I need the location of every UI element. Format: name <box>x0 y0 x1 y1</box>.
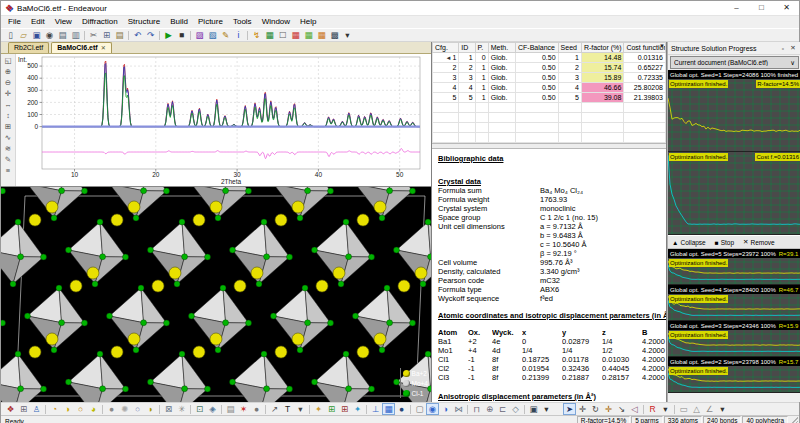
sphere-wire-icon[interactable]: ○ <box>131 403 144 415</box>
view-b-axis-icon[interactable]: ⊞ <box>325 403 338 415</box>
cfg-col-cfbalance[interactable]: CF-Balance <box>516 43 559 53</box>
start-calculation-icon[interactable]: ▶ <box>162 29 175 41</box>
clip-add-icon[interactable]: ⊕ <box>483 403 496 415</box>
perspective-icon[interactable]: ⊥ <box>369 403 382 415</box>
arrow-annotation-icon[interactable]: ↗ <box>268 403 281 415</box>
move-tool-icon[interactable]: ✛ <box>576 403 589 415</box>
zoom-in-icon[interactable]: ⊕ <box>2 66 14 77</box>
table-green-icon[interactable]: ▦ <box>302 29 315 41</box>
sync-views-icon[interactable]: ◑ <box>439 403 452 415</box>
menu-file[interactable]: File <box>3 16 26 28</box>
column-chooser-icon[interactable]: ▼ <box>659 43 665 49</box>
show-unit-cell-icon[interactable]: ❖ <box>4 403 17 415</box>
zoom-tool-icon[interactable]: ↘ <box>615 403 628 415</box>
text-annotation-icon[interactable]: T <box>281 403 294 415</box>
split-window-icon[interactable]: ◉ <box>426 403 439 415</box>
menu-view[interactable]: View <box>50 16 77 28</box>
xrd-pattern-chart[interactable]: 102030405001002003004005002ThetaInt. <box>16 54 430 184</box>
depth-cue-icon[interactable]: ● <box>395 403 408 415</box>
y-scale-icon[interactable]: ↕ <box>2 110 14 121</box>
sphere-shine-icon[interactable]: ✺ <box>118 403 131 415</box>
tab-close-icon[interactable]: ✕ <box>101 43 106 53</box>
paste-icon[interactable]: ▤ <box>113 29 126 41</box>
cfg-col-seed[interactable]: Seed <box>558 43 581 53</box>
rfactor-options-icon[interactable]: ▾ <box>659 403 672 415</box>
clip-top-icon[interactable]: ⊓ <box>470 403 483 415</box>
menu-help[interactable]: Help <box>295 16 321 28</box>
atom-style-open-icon[interactable]: ○ <box>74 403 87 415</box>
cfg-row[interactable]: 331Glob.0.50315.890.72335 <box>433 73 666 83</box>
zoom-out-icon[interactable]: ⊖ <box>2 77 14 88</box>
walk-structure-icon[interactable]: ♙ <box>30 403 43 415</box>
edit-points-icon[interactable]: ✎ <box>2 154 14 165</box>
clip-shape-icon[interactable]: ◇ <box>509 403 522 415</box>
cfg-col-cfg[interactable]: Cfg. <box>433 43 459 53</box>
x-range-icon[interactable]: ↔ <box>2 99 14 110</box>
pin-icon[interactable]: ▫ <box>778 45 788 52</box>
single-window-icon[interactable]: ▢ <box>413 403 426 415</box>
maximize-button[interactable]: □ <box>749 1 774 15</box>
new-file-icon[interactable]: ▯ <box>4 29 17 41</box>
configuration-table[interactable]: Cfg.IDP.Meth.CF-BalanceSeedR-factor (%)C… <box>432 42 666 143</box>
cfg-row[interactable]: ◄110Glob.0.50114.480.01316 <box>433 53 666 63</box>
pan-icon[interactable]: ✛ <box>2 88 14 99</box>
table-red-icon[interactable]: ▦ <box>289 29 302 41</box>
panel-close-icon[interactable]: ✕ <box>788 44 798 52</box>
select-columns-icon[interactable]: ☐ <box>276 29 289 41</box>
atom-style-half-icon[interactable]: ◑ <box>61 403 74 415</box>
atom-style-full-icon[interactable]: ◕ <box>87 403 100 415</box>
menu-picture[interactable]: Picture <box>193 16 228 28</box>
print-icon[interactable]: ▥ <box>69 29 82 41</box>
highlight-icon[interactable]: ✶ <box>237 403 250 415</box>
find-icon[interactable]: ◉ <box>43 29 56 41</box>
edit-pattern-icon[interactable]: ✎ <box>219 29 232 41</box>
sphere-solid-icon[interactable]: ● <box>105 403 118 415</box>
stop-button[interactable]: ■Stop <box>715 239 734 246</box>
collapse-button[interactable]: ▲Collapse <box>672 239 706 246</box>
view-c-axis-icon[interactable]: ⊞ <box>338 403 351 415</box>
curve-icon[interactable]: ∿ <box>2 132 14 143</box>
select-region-icon[interactable]: ◱ <box>2 55 14 66</box>
rfactor-tool-icon[interactable]: R <box>646 403 659 415</box>
tab-rb2cl.etf[interactable]: Rb2Cl.etf <box>8 42 49 53</box>
resize-grip[interactable] <box>790 417 798 423</box>
save-icon[interactable]: ▣ <box>30 29 43 41</box>
tab-bamocl6.etf[interactable]: BaMoCl6.etf✕ <box>51 42 111 53</box>
cfg-col-rfactor[interactable]: R-factor (%) <box>581 43 624 53</box>
view-a-axis-icon[interactable]: ✦ <box>312 403 325 415</box>
view-diagonal-icon[interactable]: ✦ <box>351 403 364 415</box>
background-icon[interactable]: ≋ <box>2 143 14 154</box>
structure-3d-view[interactable]: Ba+2Mo+4Cl-1 <box>1 187 431 402</box>
menu-diffraction[interactable]: Diffraction <box>77 16 123 28</box>
measure-options-icon[interactable]: ▾ <box>716 403 729 415</box>
polyhedra-solid-icon[interactable]: ◈ <box>206 403 219 415</box>
info-icon[interactable]: i <box>232 29 245 41</box>
remove-button[interactable]: ✕Remove <box>743 238 775 246</box>
cfg-row[interactable]: 441Glob.0.50446.6625.80208 <box>433 83 666 93</box>
cfg-col-id[interactable]: ID <box>459 43 475 53</box>
chart-options-icon[interactable]: ≡ <box>2 165 14 176</box>
link-views-icon[interactable]: ⋈ <box>452 403 465 415</box>
close-button[interactable]: ✕ <box>774 1 799 15</box>
copy-icon[interactable]: ⊞ <box>100 29 113 41</box>
menu-build[interactable]: Build <box>165 16 193 28</box>
reset-view-icon[interactable]: ◁ <box>628 403 641 415</box>
stereo-view-icon[interactable]: ▦ <box>382 403 395 415</box>
menu-edit[interactable]: Edit <box>26 16 50 28</box>
minimize-button[interactable]: – <box>724 1 749 15</box>
menu-tools[interactable]: Tools <box>228 16 257 28</box>
grid-toggle-icon[interactable]: ⊞ <box>2 121 14 132</box>
table-orange-icon[interactable]: ▦ <box>315 29 328 41</box>
lightning-run-icon[interactable]: ↯ <box>250 29 263 41</box>
bonds-frame-icon[interactable]: ✳ <box>175 403 188 415</box>
dim-atoms-icon[interactable]: ● <box>250 403 263 415</box>
undo-icon[interactable]: ↶ <box>131 29 144 41</box>
toolbar-options-icon[interactable]: ▾ <box>341 29 354 41</box>
cfg-col-p[interactable]: P. <box>475 43 488 53</box>
page-setup-icon[interactable]: ▤ <box>56 29 69 41</box>
select-cursor-icon[interactable]: ➤ <box>563 403 576 415</box>
sphere-half-icon[interactable]: ◗ <box>144 403 157 415</box>
menu-window[interactable]: Window <box>257 16 295 28</box>
cfg-col-meth[interactable]: Meth. <box>488 43 515 53</box>
polyhedra-wire-icon[interactable]: ⊡ <box>193 403 206 415</box>
